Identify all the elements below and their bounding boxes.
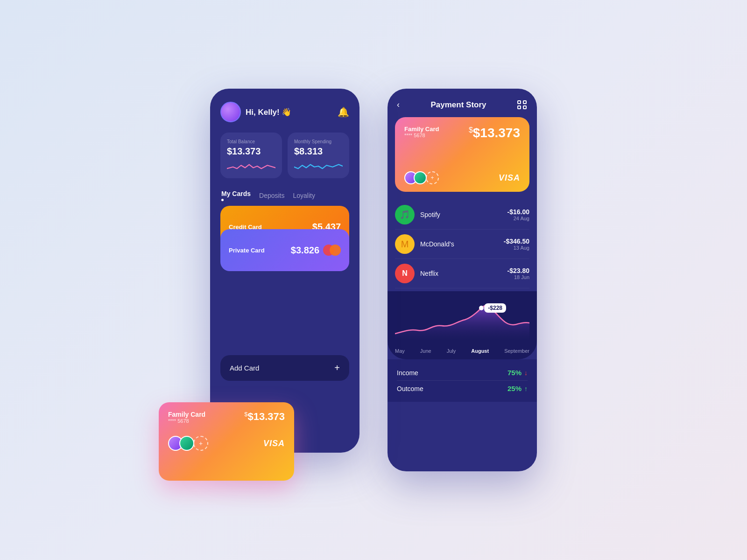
month-june[interactable]: June [420,348,431,354]
private-card-amount: $3.826 [291,245,319,256]
tab-loyality-label[interactable]: Loyality [293,192,315,199]
bfc-avatars: + [404,171,439,184]
month-august[interactable]: August [471,348,489,354]
income-row: Income 75% ↓ [397,365,528,380]
transaction-spotify[interactable]: 🎵 Spotify -$16.00 24 Aug [395,200,529,230]
big-family-card[interactable]: Family Card **** 5678 $$13.373 + VISA [395,117,529,192]
transactions-list: 🎵 Spotify -$16.00 24 Aug M McDonald's -$… [388,200,537,288]
right-phone: ‹ Payment Story Family Card **** 5678 $$… [388,89,537,471]
income-right: 75% ↓ [507,369,528,377]
chart-section: -$228 May June July August September [388,291,537,359]
bfc-bottom: + VISA [404,171,520,184]
fc-amount: $$13.373 [244,411,285,423]
tx-mcdonalds-date: 13 Aug [504,245,529,251]
tab-deposits-label[interactable]: Deposits [259,192,284,199]
grid-icon[interactable] [517,100,528,109]
add-card-button[interactable]: Add Card + [220,355,349,381]
month-july[interactable]: July [447,348,456,354]
bfc-name: Family Card [404,126,439,133]
mcdonalds-icon: M [395,234,415,254]
outcome-row: Outcome 25% ↑ [397,381,528,396]
monthly-spending-label: Monthly Spending [294,139,343,144]
stats-row: Total Balance $13.373 Monthly Spending $… [220,133,349,178]
bfc-avatar-add[interactable]: + [426,171,439,184]
cards-stack: Credit Card $5.437 Private Card $3.826 [220,206,349,290]
transaction-mcdonalds[interactable]: M McDonald's -$346.50 13 Aug [395,230,529,259]
wave-pink-icon [227,161,275,172]
avatar[interactable] [220,102,241,122]
bfc-avatar-2 [414,171,427,184]
outcome-label: Outcome [397,385,423,392]
mastercard-icon [323,245,341,256]
tx-netflix-amount: -$23.80 [507,267,529,274]
tx-netflix-right: -$23.80 18 Jun [507,267,529,280]
monthly-spending-value: $8.313 [294,146,343,157]
bfc-amount: $$13.373 [469,126,520,140]
add-card-plus-icon: + [334,363,340,373]
outcome-arrow-icon: ↑ [524,385,528,392]
month-september[interactable]: September [504,348,529,354]
private-card-name: Private Card [229,247,265,254]
income-outcome-section: Income 75% ↓ Outcome 25% ↑ [388,359,537,402]
visa-text: VISA [263,439,285,448]
payment-story-header: ‹ Payment Story [388,100,537,110]
month-may[interactable]: May [395,348,405,354]
tx-netflix-date: 18 Jun [507,274,529,280]
fc-top: Family Card **** 5678 $$13.373 [168,411,285,433]
svg-point-0 [479,306,484,310]
screens-container: Hi, Kelly! 👋 🔔 Total Balance $13.373 Mon… [210,89,537,471]
total-balance-label: Total Balance [227,139,275,144]
tx-spotify-date: 24 Aug [507,216,529,221]
tx-spotify-amount: -$16.00 [507,208,529,216]
fc-avatar-2 [179,436,194,451]
tab-my-cards-label: My Cards [221,190,251,197]
bfc-number: **** 5678 [404,133,439,138]
tx-mcdonalds-right: -$346.50 13 Aug [504,238,529,251]
tx-mcdonalds-amount: -$346.50 [504,238,529,245]
header-row: Hi, Kelly! 👋 🔔 [220,102,349,122]
outcome-pct: 25% [507,385,521,392]
private-card[interactable]: Private Card $3.826 [220,229,349,271]
back-button[interactable]: ‹ [397,100,400,110]
transaction-netflix[interactable]: N Netflix -$23.80 18 Jun [395,259,529,288]
tx-netflix-name: Netflix [420,270,507,277]
total-balance-value: $13.373 [227,146,275,157]
payment-story-title: Payment Story [430,100,486,110]
income-arrow-icon: ↓ [524,369,528,377]
chart-tooltip: -$228 [484,303,506,313]
chart-area: -$228 [395,299,529,341]
outcome-right: 25% ↑ [507,385,528,392]
fc-number: **** 5678 [168,418,205,424]
family-card-floating[interactable]: Family Card **** 5678 $$13.373 + VISA [159,402,294,481]
bfc-visa-text: VISA [499,173,520,183]
monthly-spending-card: Monthly Spending $8.313 [288,133,349,178]
wave-blue-icon [294,161,343,172]
income-label: Income [397,369,418,377]
bfc-top: Family Card **** 5678 $$13.373 [404,126,520,149]
total-balance-card: Total Balance $13.373 [220,133,282,178]
tx-spotify-name: Spotify [420,211,507,218]
spotify-icon: 🎵 [395,205,415,224]
greeting-text: Hi, Kelly! 👋 [246,107,338,117]
tx-spotify-right: -$16.00 24 Aug [507,208,529,221]
fc-avatars: + [168,436,208,451]
chart-svg [395,299,529,341]
left-phone: Hi, Kelly! 👋 🔔 Total Balance $13.373 Mon… [210,89,359,453]
months-row: May June July August September [395,344,529,359]
netflix-icon: N [395,264,415,283]
bell-icon[interactable]: 🔔 [338,106,349,118]
income-pct: 75% [507,369,521,377]
tab-active-dot [221,199,224,201]
tx-mcdonalds-name: McDonald's [420,240,504,248]
tab-my-cards[interactable]: My Cards [221,189,251,201]
fc-avatar-add[interactable]: + [193,436,208,451]
fc-bottom: + VISA [168,436,285,451]
cards-tabs: My Cards Deposits Loyality [220,189,349,201]
fc-name: Family Card [168,411,205,418]
add-card-label: Add Card [230,364,259,372]
